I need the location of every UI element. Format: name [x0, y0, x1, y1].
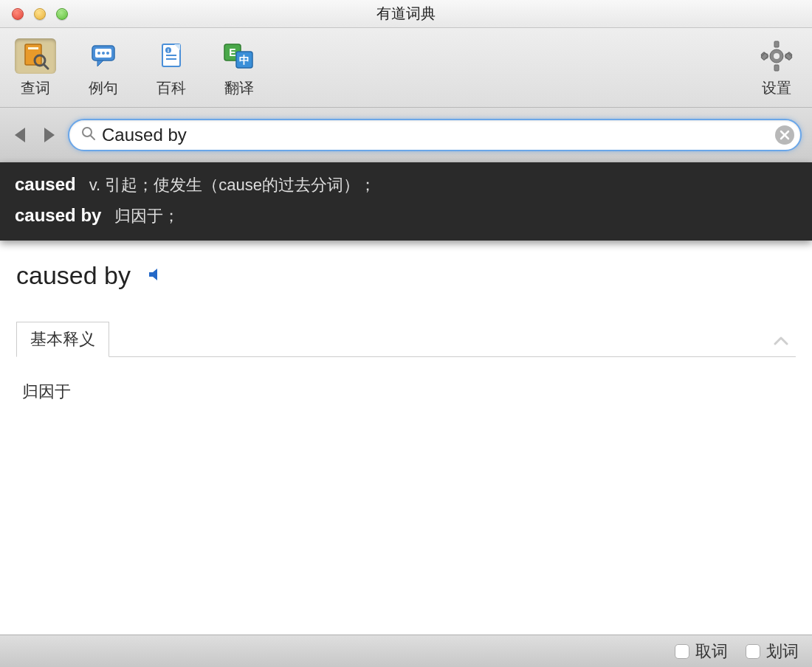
svg-marker-34 [149, 269, 157, 280]
svg-line-31 [91, 136, 94, 139]
tool-encyclopedia-label: 百科 [156, 78, 186, 98]
svg-line-3 [44, 64, 48, 69]
search-field[interactable] [68, 119, 802, 151]
tool-settings[interactable]: 设置 [756, 38, 797, 98]
stroke-pick-toggle[interactable]: 划词 [746, 640, 799, 663]
svg-rect-23 [774, 65, 779, 71]
traffic-lights [0, 8, 68, 20]
suggestion-item[interactable]: caused by 归因于； [15, 205, 797, 227]
tab-basic-definition[interactable]: 基本释义 [16, 322, 109, 357]
tool-translate-label: 翻译 [224, 78, 254, 98]
tool-settings-label: 设置 [762, 78, 791, 98]
suggestion-term: caused by [15, 205, 101, 226]
titlebar: 有道词典 [0, 0, 812, 28]
pronounce-button[interactable] [147, 266, 163, 286]
clear-search-button[interactable] [775, 125, 794, 145]
suggestions-dropdown: caused v. 引起；使发生（cause的过去分词）； caused by … [0, 162, 812, 241]
svg-text:E: E [229, 46, 235, 58]
nav-arrows [10, 128, 55, 142]
translate-icon: E 中 [219, 38, 260, 74]
svg-point-21 [774, 53, 780, 59]
main-toolbar: 查词 例句 i 百科 [0, 28, 812, 108]
checkbox-icon [746, 644, 760, 659]
searchbar [0, 108, 812, 162]
window-title: 有道词典 [0, 4, 812, 24]
suggestion-definition: 归因于； [114, 205, 179, 227]
tool-encyclopedia[interactable]: i 百科 [151, 38, 192, 98]
svg-rect-12 [166, 55, 176, 56]
entry-content: caused by 基本释义 归因于 [0, 241, 812, 639]
suggestion-definition: v. 引起；使发生（cause的过去分词）； [89, 174, 376, 196]
headword-row: caused by [16, 261, 796, 290]
suggestion-item[interactable]: caused v. 引起；使发生（cause的过去分词）； [15, 174, 797, 196]
headword: caused by [16, 261, 131, 290]
definition-tabs: 基本释义 [16, 321, 796, 357]
minimize-button[interactable] [34, 8, 46, 20]
collapse-section-button[interactable] [774, 328, 796, 350]
nav-forward-button[interactable] [44, 128, 55, 142]
tool-examples-label: 例句 [89, 78, 118, 98]
stroke-pick-label: 划词 [766, 640, 799, 663]
svg-point-7 [97, 52, 100, 55]
svg-point-30 [83, 128, 92, 136]
svg-point-9 [106, 52, 109, 55]
word-pick-toggle[interactable]: 取词 [675, 640, 728, 663]
tool-lookup-label: 查词 [21, 78, 50, 98]
close-button[interactable] [12, 8, 24, 20]
tool-examples[interactable]: 例句 [83, 38, 124, 98]
svg-text:i: i [168, 48, 169, 53]
suggestion-term: caused [15, 174, 76, 195]
svg-text:中: 中 [239, 54, 250, 66]
document-info-icon: i [151, 38, 192, 74]
checkbox-icon [675, 644, 689, 659]
book-search-icon [15, 38, 56, 74]
search-input[interactable] [102, 125, 769, 145]
svg-rect-1 [28, 47, 38, 49]
tool-translate[interactable]: E 中 翻译 [219, 38, 260, 98]
svg-point-8 [102, 52, 105, 55]
svg-rect-13 [166, 58, 176, 60]
definition-text: 归因于 [16, 357, 796, 426]
tool-lookup[interactable]: 查词 [15, 38, 56, 98]
search-icon [81, 126, 96, 145]
svg-marker-5 [97, 61, 103, 66]
gear-icon [756, 38, 797, 74]
status-bar: 取词 划词 [0, 635, 812, 667]
word-pick-label: 取词 [695, 640, 728, 663]
nav-back-button[interactable] [15, 128, 25, 142]
maximize-button[interactable] [56, 8, 68, 20]
svg-rect-22 [774, 41, 779, 47]
speech-bubble-icon [83, 38, 124, 74]
